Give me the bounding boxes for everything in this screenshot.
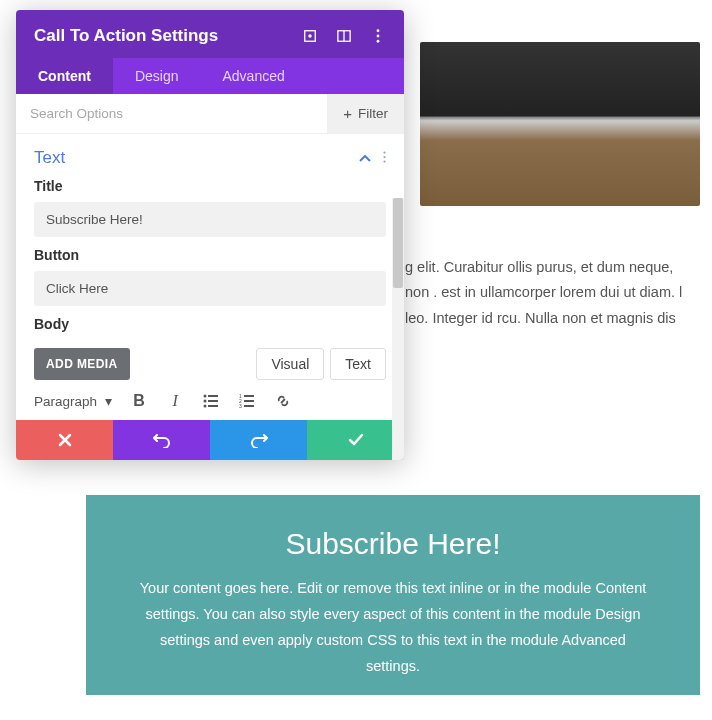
editor-tab-text[interactable]: Text <box>330 348 386 380</box>
svg-point-14 <box>204 405 207 408</box>
numbered-list-button[interactable]: 123 <box>238 392 256 410</box>
add-media-button[interactable]: ADD MEDIA <box>34 348 130 380</box>
editor-toolbar: Paragraph ▾ B I 123 <box>16 386 404 420</box>
lorem-paragraph: g elit. Curabitur ollis purus, et dum ne… <box>405 255 695 331</box>
section-more-icon[interactable] <box>383 149 386 167</box>
svg-rect-19 <box>244 400 254 402</box>
more-icon[interactable] <box>370 28 386 44</box>
cancel-button[interactable] <box>16 420 113 460</box>
tab-advanced[interactable]: Advanced <box>200 58 306 94</box>
tab-content[interactable]: Content <box>16 58 113 94</box>
paragraph-select[interactable]: Paragraph ▾ <box>34 393 112 409</box>
field-body: Body <box>16 306 404 332</box>
svg-rect-17 <box>244 395 254 397</box>
editor-header: ADD MEDIA Visual Text <box>16 340 404 386</box>
svg-rect-13 <box>208 400 218 402</box>
cta-title: Subscribe Here! <box>136 527 650 561</box>
plus-icon: + <box>343 105 352 122</box>
svg-text:3: 3 <box>239 403 242 408</box>
svg-point-9 <box>383 160 385 162</box>
expand-icon[interactable] <box>302 28 318 44</box>
modal-title: Call To Action Settings <box>34 26 218 46</box>
italic-button[interactable]: I <box>166 392 184 410</box>
body-label: Body <box>34 316 386 332</box>
title-label: Title <box>34 178 386 194</box>
editor-tab-visual[interactable]: Visual <box>256 348 324 380</box>
button-label: Button <box>34 247 386 263</box>
modal-header: Call To Action Settings <box>16 10 404 58</box>
svg-point-4 <box>377 29 380 32</box>
search-row: + Filter <box>16 94 404 134</box>
cta-body: Your content goes here. Edit or remove t… <box>136 575 650 679</box>
scroll-thumb[interactable] <box>393 198 403 288</box>
svg-rect-11 <box>208 395 218 397</box>
bold-button[interactable]: B <box>130 392 148 410</box>
save-button[interactable] <box>307 420 404 460</box>
title-input[interactable] <box>34 202 386 237</box>
svg-rect-21 <box>244 405 254 407</box>
undo-button[interactable] <box>113 420 210 460</box>
svg-point-5 <box>377 35 380 38</box>
columns-icon[interactable] <box>336 28 352 44</box>
search-input[interactable] <box>16 94 327 133</box>
svg-point-12 <box>204 400 207 403</box>
button-input[interactable] <box>34 271 386 306</box>
hero-image <box>420 42 700 206</box>
tabs: Content Design Advanced <box>16 58 404 94</box>
caret-down-icon: ▾ <box>105 393 112 409</box>
bullet-list-button[interactable] <box>202 392 220 410</box>
field-title: Title <box>16 168 404 237</box>
svg-point-8 <box>383 156 385 158</box>
svg-point-10 <box>204 395 207 398</box>
svg-point-7 <box>383 151 385 153</box>
settings-modal: Call To Action Settings Content Design A… <box>16 10 404 460</box>
section-text: Text <box>16 134 404 168</box>
field-button: Button <box>16 237 404 306</box>
chevron-up-icon[interactable] <box>359 149 371 167</box>
svg-point-6 <box>377 40 380 43</box>
tab-design[interactable]: Design <box>113 58 201 94</box>
svg-rect-15 <box>208 405 218 407</box>
redo-button[interactable] <box>210 420 307 460</box>
cta-preview: Subscribe Here! Your content goes here. … <box>86 495 700 695</box>
filter-button[interactable]: + Filter <box>327 94 404 133</box>
section-title[interactable]: Text <box>34 148 65 168</box>
svg-point-1 <box>308 34 312 38</box>
link-button[interactable] <box>274 392 292 410</box>
scrollbar[interactable] <box>392 198 404 460</box>
action-bar <box>16 420 404 460</box>
